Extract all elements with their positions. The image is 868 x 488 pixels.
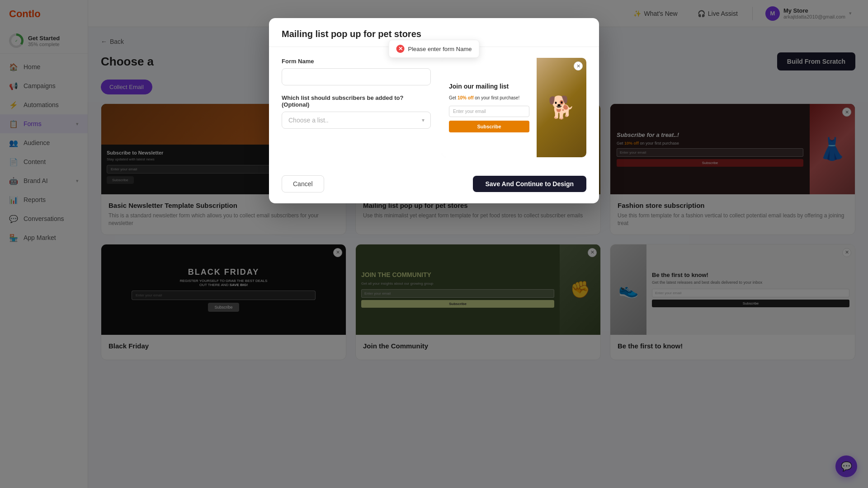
error-message: Please enter form Name <box>408 46 472 52</box>
list-select[interactable]: Choose a list.. <box>282 112 431 129</box>
error-icon: ✕ <box>396 45 405 53</box>
preview-email-placeholder: Enter your email <box>449 106 529 117</box>
form-name-group: Form Name <box>282 58 431 85</box>
modal-body: Form Name Which list should subscribers … <box>269 47 599 168</box>
modal-preview-panel: ✕ Join our mailing list Get 10% off on y… <box>442 58 586 157</box>
preview-subscribe-button: Subscribe <box>449 121 529 132</box>
form-name-input[interactable] <box>282 68 431 85</box>
preview-title: Join our mailing list <box>449 83 529 90</box>
form-name-label: Form Name <box>282 58 431 65</box>
form-list-label: Which list should subscribers be added t… <box>282 94 431 108</box>
save-button[interactable]: Save And Continue to Design <box>473 176 587 192</box>
cancel-button[interactable]: Cancel <box>282 175 324 192</box>
error-tooltip: ✕ Please enter form Name <box>389 40 480 58</box>
dog-image <box>537 58 586 157</box>
modal-form: Form Name Which list should subscribers … <box>282 58 431 157</box>
preview-discount: Get 10% off on your first purchase! <box>449 95 529 101</box>
close-icon[interactable]: ✕ <box>574 61 583 70</box>
modal-footer: Cancel Save And Continue to Design <box>269 168 599 203</box>
modal-preview-image: ✕ Join our mailing list Get 10% off on y… <box>442 58 586 157</box>
modal-title: Mailing list pop up for pet stores <box>282 29 586 39</box>
modal-overlay: ✕ Please enter form Name Mailing list po… <box>0 0 868 488</box>
form-list-group: Which list should subscribers be added t… <box>282 94 431 129</box>
